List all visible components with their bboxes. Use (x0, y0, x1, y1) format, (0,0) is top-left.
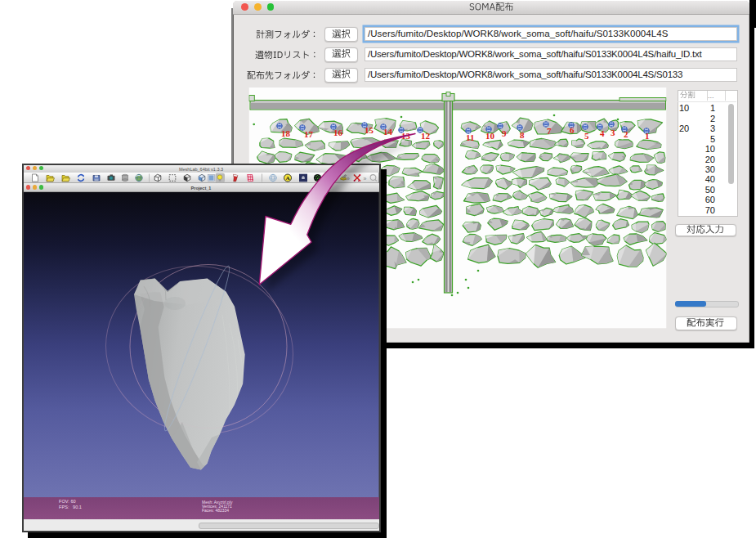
svg-text:3: 3 (611, 128, 615, 137)
svg-text:4: 4 (600, 128, 605, 138)
svg-text:FPS: 90.1: FPS: 90.1 (59, 505, 82, 509)
svg-text:Faces: 482334: Faces: 482334 (202, 508, 229, 513)
svg-text:2: 2 (624, 129, 629, 139)
svg-text:1: 1 (645, 131, 650, 141)
svg-text:12: 12 (421, 131, 431, 141)
svg-text:9: 9 (502, 128, 507, 138)
svg-text:FOV: 60: FOV: 60 (59, 499, 76, 504)
svg-text:8: 8 (520, 130, 525, 140)
svg-text:6: 6 (570, 125, 575, 135)
svg-text:5: 5 (584, 131, 589, 141)
svg-text:7: 7 (547, 126, 552, 136)
svg-text:10: 10 (485, 131, 495, 141)
svg-text:11: 11 (466, 132, 474, 142)
